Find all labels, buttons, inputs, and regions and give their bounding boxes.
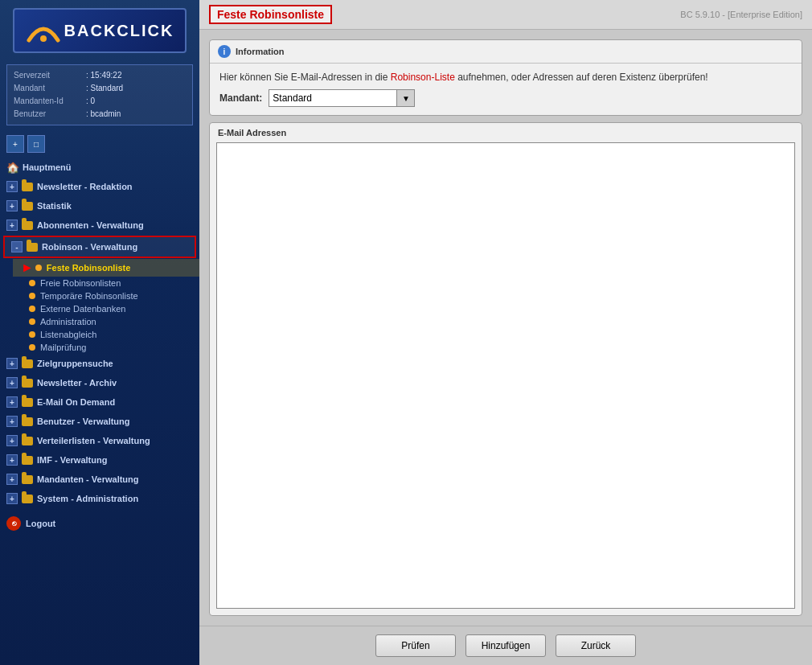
dot-feste-icon [35, 265, 42, 271]
nav-abonnenten-label: Abonnenten - Verwaltung [37, 220, 144, 230]
content-area: i Information Hier können Sie E-Mail-Adr… [199, 30, 812, 626]
server-info: Serverzeit : 15:49:22 Mandant : Standard… [6, 64, 193, 125]
sidebar: BACKCLICK Serverzeit : 15:49:22 Mandant … [0, 0, 199, 665]
info-description: Hier können Sie E-Mail-Adressen in die R… [219, 72, 792, 83]
nav-statistik-label: Statistik [37, 201, 72, 211]
nav-hauptmenu[interactable]: 🏠 Hauptmenü [0, 158, 199, 177]
email-panel-header: E-Mail Adressen [210, 123, 802, 142]
nav-benutzer-verwaltung[interactable]: + Benutzer - Verwaltung [0, 412, 199, 431]
collapse-icon[interactable]: □ [27, 135, 45, 153]
info-text-before: Hier können Sie E-Mail-Adressen in die [219, 72, 391, 83]
sub-freie-label: Freie Robinsonlisten [40, 278, 121, 288]
zurueck-button[interactable]: Zurück [556, 634, 636, 657]
nav-email-on-demand[interactable]: + E-Mail On Demand [0, 392, 199, 412]
nav-ziel-label: Zielgruppensuche [37, 359, 113, 368]
expand-robinson-icon: - [11, 241, 23, 252]
folder-abonnenten-icon [21, 219, 34, 232]
pruefen-button[interactable]: Prüfen [375, 634, 456, 657]
info-panel: i Information Hier können Sie E-Mail-Adr… [209, 39, 802, 116]
nav-robinson-verwaltung[interactable]: - Robinson - Verwaltung [3, 236, 196, 258]
mandant-field-label: Mandant: [219, 92, 262, 104]
folder-ziel-icon [21, 357, 34, 370]
mandant-row: Mandant: Standard ▼ [219, 89, 792, 107]
nav-email-label: E-Mail On Demand [37, 397, 115, 407]
logo-area: BACKCLICK [0, 0, 199, 61]
expand-ziel-icon: + [6, 358, 18, 369]
nav-verteiler-label: Verteilerlisten - Verwaltung [37, 436, 150, 445]
nav-imf-verwaltung[interactable]: + IMF - Verwaltung [0, 450, 199, 470]
nav-system-label: System - Administration [37, 494, 138, 503]
logo: BACKCLICK [13, 8, 187, 53]
email-panel: E-Mail Adressen [209, 122, 802, 616]
nav-newsletter-redaktion[interactable]: + Newsletter - Redaktion [0, 177, 199, 196]
nav-newsletter-redaktion-label: Newsletter - Redaktion [37, 182, 133, 191]
folder-email-icon [21, 396, 34, 408]
dot-listen-icon [29, 331, 35, 338]
hinzufuegen-button[interactable]: Hinzufügen [465, 634, 546, 657]
expand-benutzer-icon: + [6, 416, 18, 427]
info-text-after: aufnehmen, oder Adressen auf deren Exist… [455, 72, 708, 83]
sub-admin-label: Administration [40, 317, 96, 326]
expand-archiv-icon: + [6, 377, 18, 388]
sub-administration[interactable]: Administration [13, 315, 199, 328]
mandanten-id-value: : 0 [86, 95, 95, 108]
sub-feste-label: Feste Robinsonliste [47, 263, 131, 273]
logo-text: BACKCLICK [64, 22, 174, 40]
sub-feste-robinsonliste[interactable]: ► Feste Robinsonliste [13, 259, 199, 277]
sub-listen-label: Listenabgleich [40, 330, 96, 339]
folder-newsletter-icon [21, 180, 34, 193]
expand-email-icon: + [6, 396, 18, 408]
sub-mail-label: Mailprüfung [40, 343, 86, 352]
nav-archiv-label: Newsletter - Archiv [37, 378, 117, 388]
mandanten-id-label: Mandanten-Id [14, 95, 86, 108]
dot-mail-icon [29, 344, 35, 351]
panel-body: Hier können Sie E-Mail-Adressen in die R… [210, 64, 802, 115]
benutzer-label: Benutzer [14, 108, 86, 121]
button-bar: Prüfen Hinzufügen Zurück [199, 626, 812, 665]
logout-icon: ⎋ [6, 516, 21, 531]
logout-item[interactable]: ⎋ Logout [0, 513, 199, 534]
email-textarea[interactable] [216, 142, 795, 609]
expand-imf-icon: + [6, 454, 18, 466]
sub-temporaere-robinsonliste[interactable]: Temporäre Robinsonliste [13, 289, 199, 302]
select-arrow-icon[interactable]: ▼ [397, 89, 415, 107]
nav-mandanten-verwaltung[interactable]: + Mandanten - Verwaltung [0, 470, 199, 489]
sub-listenabgleich[interactable]: Listenabgleich [13, 328, 199, 341]
folder-verteiler-icon [21, 434, 34, 447]
expand-verteiler-icon: + [6, 435, 18, 446]
active-arrow-icon: ► [21, 261, 34, 275]
folder-benutzer-icon [21, 415, 34, 428]
nav-statistik[interactable]: + Statistik [0, 196, 199, 216]
info-text-highlight: Robinson-Liste [391, 72, 455, 83]
sub-mailpruefung[interactable]: Mailprüfung [13, 341, 199, 354]
expand-icon[interactable]: + [6, 135, 24, 153]
nav-zielgruppensuche[interactable]: + Zielgruppensuche [0, 354, 199, 373]
folder-imf-icon [21, 454, 34, 466]
nav-system-administration[interactable]: + System - Administration [0, 489, 199, 508]
sub-externe-datenbanken[interactable]: Externe Datenbanken [13, 302, 199, 315]
sub-freie-robinsonlisten[interactable]: Freie Robinsonlisten [13, 277, 199, 289]
nav-benutzer-label: Benutzer - Verwaltung [37, 417, 130, 426]
panel-title-label: Information [236, 47, 285, 56]
version-info: BC 5.9.10 - [Enterprise Edition] [680, 10, 802, 19]
nav-verteilerlisten-verwaltung[interactable]: + Verteilerlisten - Verwaltung [0, 431, 199, 450]
mandant-label: Mandant [14, 82, 86, 95]
dot-temporaere-icon [29, 293, 35, 299]
info-icon: i [218, 45, 231, 58]
page-title: Feste Robinsonliste [209, 5, 332, 24]
folder-robinson-icon [26, 240, 39, 253]
nav-newsletter-archiv[interactable]: + Newsletter - Archiv [0, 373, 199, 392]
home-icon: 🏠 [6, 161, 19, 174]
sub-temporaere-label: Temporäre Robinsonliste [40, 291, 138, 301]
folder-mandanten-icon [21, 473, 34, 486]
panel-title: i Information [210, 40, 802, 64]
topbar: Feste Robinsonliste BC 5.9.10 - [Enterpr… [199, 0, 812, 30]
expand-abonnenten-icon: + [6, 220, 18, 231]
nav-abonnenten-verwaltung[interactable]: + Abonnenten - Verwaltung [0, 216, 199, 235]
nav-hauptmenu-label: Hauptmenü [23, 162, 72, 172]
nav-imf-label: IMF - Verwaltung [37, 455, 107, 465]
sub-externe-label: Externe Datenbanken [40, 304, 125, 314]
folder-archiv-icon [21, 376, 34, 389]
dot-externe-icon [29, 306, 35, 312]
mandant-select[interactable]: Standard [269, 89, 397, 107]
